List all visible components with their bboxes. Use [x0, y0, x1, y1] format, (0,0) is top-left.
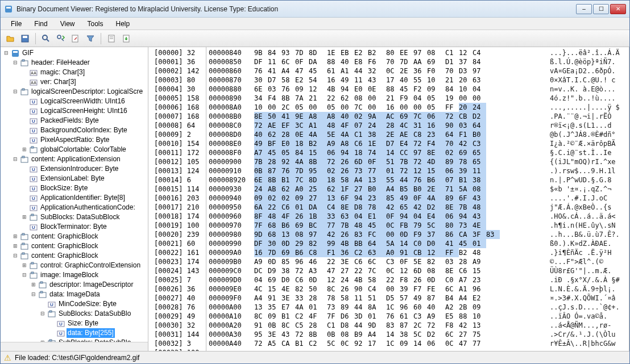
hex-row[interactable]: 00000A001335E74A017389448A1C966040A22B09… [209, 303, 627, 312]
offset-item[interactable]: [00032] 3 [151, 339, 204, 348]
node-label[interactable]: descriptor: ImageDescriptor [48, 280, 134, 290]
tree-node[interactable]: ⊟SubBlocks: DataSubBlo [3, 309, 146, 319]
node-label[interactable]: PackedFields: Byte [39, 116, 100, 125]
offset-item[interactable]: [00013] 124 [151, 166, 204, 175]
maximize-button[interactable]: ☐ [593, 4, 609, 14]
node-label[interactable]: image: ImageBlock [39, 270, 100, 280]
offset-item[interactable]: [00020] 239 [151, 230, 204, 239]
tree-node[interactable]: ⊟image: ImageBlock [3, 270, 146, 280]
hex-row[interactable]: 000009400902020927136F942385490F4A896F43… [209, 194, 627, 203]
hex-row[interactable]: 0000093024AB62A025621F27B0A4B5B02E715A08… [209, 185, 627, 194]
offset-item[interactable]: [00000] 32 [151, 48, 204, 57]
hex-row[interactable]: 000008F0A7450584150694187414CC978E026965… [209, 148, 627, 157]
save-button[interactable] [19, 32, 31, 45]
hex-row[interactable]: 00000A4072A5CAB1C25C0C92171C0914060C4777… [209, 339, 627, 348]
tree-scroll[interactable]: ⊟GIF⊟header: FileHeaderAAmagic: Char[3]A… [1, 47, 148, 342]
hex-row[interactable]: 000008607641A4474561A144320C2E36F070D397… [209, 66, 627, 76]
expand-icon[interactable]: ⊞ [21, 262, 28, 269]
collapse-icon[interactable]: ⊟ [12, 253, 19, 260]
hex-row[interactable]: 000009506A22C601DAC48ED878426542D28E7B48… [209, 203, 627, 212]
tree-node[interactable]: UBlockSize: Byte [3, 183, 146, 193]
hex-row[interactable]: 000008B08E50419EA8A840029AAC697C0672CBD2… [209, 112, 627, 121]
node-label[interactable]: LogicalScreenWidth: UInt16 [39, 97, 126, 106]
offset-item[interactable]: [00008] 64 [151, 121, 204, 130]
node-label[interactable]: ExtensionIntroducer: Byte [39, 164, 119, 174]
menu-help[interactable]: Help [110, 19, 136, 29]
offset-list[interactable]: [00000] 32[00001] 36[00002] 142[00003] 8… [148, 47, 206, 351]
hex-row[interactable]: 0000087030D758E2541649114317405510212063… [209, 76, 627, 85]
node-label[interactable]: SubBlocks: DataSubBlo [57, 338, 132, 342]
menu-file[interactable]: File [5, 19, 27, 29]
tree-hscroll[interactable] [1, 342, 148, 351]
expand-icon[interactable]: ⊞ [30, 282, 37, 288]
node-label[interactable]: SubBlocks: DataSubBlo [57, 309, 132, 319]
tree-node[interactable]: AAver: Char[3] [3, 77, 146, 87]
hex-row[interactable]: 000009D00469D0C60D12244B5822F8260DC0A723… [209, 275, 627, 284]
node-label[interactable]: Size: Byte [67, 319, 100, 328]
offset-item[interactable]: [00028] 76 [151, 303, 204, 312]
hex-row[interactable]: 00000A20910B8CC528C1D8449D83872C72F84213… [209, 321, 627, 330]
tree-node[interactable]: UPackedFields: Byte [3, 116, 146, 125]
collapse-icon[interactable]: ⊟ [39, 311, 46, 317]
hex-row[interactable]: 000009C0DCD93872A34727227C0C126D088EC615… [209, 266, 627, 275]
open-button[interactable] [4, 32, 16, 45]
offset-item[interactable]: [00017] 210 [151, 203, 204, 212]
hex-row[interactable]: 000009608F484F261B336304E10F9404E4069443… [209, 212, 627, 221]
offset-item[interactable]: [00023] 174 [151, 257, 204, 266]
node-label[interactable]: content: GraphicBlock [30, 241, 99, 251]
node-label[interactable]: ver: Char[3] [39, 77, 77, 87]
offset-item[interactable]: [00024] 143 [151, 266, 204, 275]
node-label[interactable]: GIF [21, 48, 35, 58]
hex-row[interactable]: 000009E04C154E82508C2690C40039F7FE6CA196… [209, 284, 627, 294]
tree-node[interactable]: Udata: Byte[255] [3, 328, 146, 338]
hex-row[interactable]: 000008A010002C050005007C0016000005FF2024… [209, 103, 627, 112]
tree-node[interactable]: UBackgroundColorIndex: Byte [3, 125, 146, 135]
offset-item[interactable]: [00001] 36 [151, 57, 204, 66]
tree-node[interactable]: UPixelAspectRatio: Byte [3, 135, 146, 145]
hex-row[interactable]: 000009F0A4913E332878581151D5574987B4A4E2… [209, 294, 627, 303]
node-label[interactable]: SubBlocks: DataSubBlock [39, 212, 121, 222]
expand-icon[interactable]: ⊞ [21, 214, 28, 221]
hex-row[interactable]: 000008C072AEEF3CA1484F0724284C3116900364… [209, 121, 627, 130]
find-button[interactable] [40, 32, 52, 45]
offset-item[interactable]: [00030] 32 [151, 321, 204, 330]
hex-row[interactable]: 000009A0167D69B6C8F136C263A091CB12FFB248… [209, 248, 627, 257]
offset-item[interactable]: [00025] 7 [151, 275, 204, 284]
node-label[interactable]: ExtensionLabel: Byte [39, 174, 106, 183]
hex-row[interactable]: 000008E049BFE018B2A9A8C61ED7E472F47042C3… [209, 139, 627, 148]
expand-icon[interactable]: ⊞ [12, 243, 19, 250]
hex-row[interactable]: 000009B0A90D859646223EC66CC30F5E820328A9… [209, 257, 627, 266]
tree-node[interactable]: USize: Byte [3, 319, 146, 328]
offset-item[interactable]: [00019] 100 [151, 221, 204, 230]
collapse-icon[interactable]: ⊟ [30, 291, 37, 298]
expand-icon[interactable]: ⊞ [12, 233, 19, 240]
offset-item[interactable]: [00015] 114 [151, 185, 204, 194]
tree-node[interactable]: ⊟content: ApplicationExtension [3, 154, 146, 164]
offset-item[interactable]: [00005] 158 [151, 94, 204, 103]
export-button[interactable] [120, 32, 132, 45]
tree-node[interactable]: UExtensionLabel: Byte [3, 174, 146, 183]
collapse-icon[interactable]: ⊟ [3, 50, 10, 57]
node-label[interactable]: globalColortable: ColorTable [39, 145, 127, 154]
offset-item[interactable]: [00021] 60 [151, 239, 204, 248]
tree-node[interactable]: UBlockTerminator: Byte [3, 222, 146, 232]
node-label[interactable]: BackgroundColorIndex: Byte [39, 125, 129, 135]
hex-row[interactable]: 0000089034F48B7A212262080021F90405190000… [209, 94, 627, 103]
hex-row[interactable]: 00000A108C09B1C24F7FD63D017661C3A9E58810… [209, 312, 627, 321]
offset-item[interactable]: [00014] 6 [151, 175, 204, 185]
node-label[interactable]: logicalScreenDescriptor: LogicalScre [30, 87, 144, 97]
node-label[interactable]: LogicalScreenHeight: UInt16 [39, 106, 129, 116]
expand-icon[interactable]: ⊞ [21, 147, 28, 153]
node-label[interactable]: content: GraphicBlock [30, 251, 99, 261]
offset-item[interactable]: [00016] 203 [151, 194, 204, 203]
node-label[interactable]: content: ApplicationExtension [30, 154, 122, 164]
offset-item[interactable]: [00006] 168 [151, 103, 204, 112]
minimize-button[interactable]: – [576, 4, 592, 14]
refresh-button[interactable] [69, 32, 82, 45]
tree-node[interactable]: ⊞control: GraphicControlExtension [3, 261, 146, 270]
offset-item[interactable]: [00031] 144 [151, 330, 204, 339]
offset-item[interactable]: [00029] 49 [151, 312, 204, 321]
hex-row[interactable]: 0000089206E8BB17C8D1858A413554476B607B13… [209, 175, 627, 185]
tree-node[interactable]: ⊞content: GraphicBlock [3, 241, 146, 251]
tree-node[interactable]: ⊞SubBlocks: DataSubBlo [3, 338, 146, 342]
